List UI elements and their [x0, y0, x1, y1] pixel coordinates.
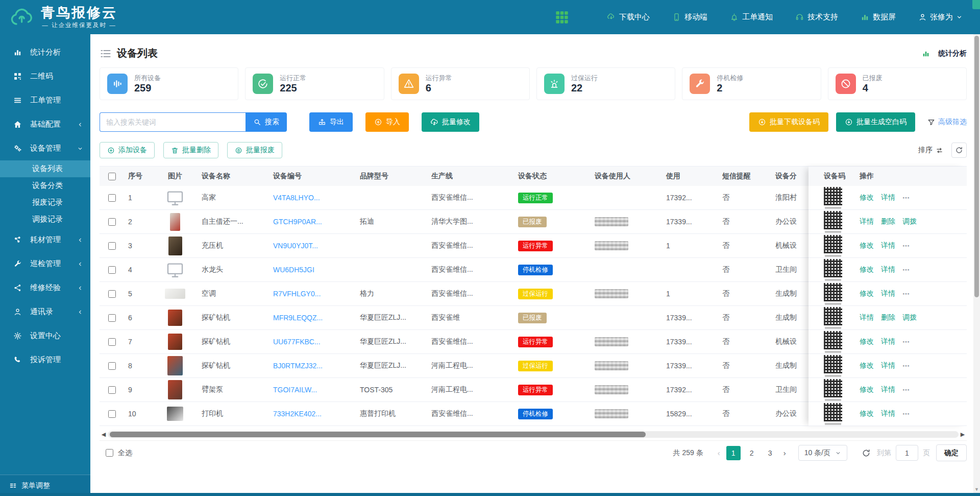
device-code-link[interactable]: 733H2KE402... — [269, 410, 356, 418]
sidebar-subitem-2[interactable]: 报废记录 — [0, 194, 90, 211]
search-input[interactable] — [100, 112, 246, 132]
device-code-link[interactable]: WU6DH5JGI — [269, 266, 356, 274]
select-all-checkbox[interactable] — [106, 449, 113, 457]
corner-widget[interactable] — [972, 0, 980, 9]
sidebar-item-1[interactable]: 二维码 — [0, 64, 90, 88]
row-checkbox[interactable] — [108, 386, 116, 394]
scroll-down-arrow[interactable]: ▼ — [973, 487, 980, 492]
select-all-header-checkbox[interactable] — [108, 173, 116, 180]
device-code-link[interactable]: MFR9LEQQZ... — [269, 314, 356, 322]
horizontal-scroll-thumb[interactable] — [110, 432, 646, 437]
qr-code[interactable] — [824, 379, 842, 397]
detail-link[interactable]: 详情 — [860, 313, 874, 322]
vertical-scrollbar[interactable]: ▼ — [973, 34, 980, 493]
detail-link[interactable]: 详情 — [881, 289, 895, 298]
more-actions-button[interactable]: ⋯ — [902, 386, 911, 394]
transfer-link[interactable]: 调拨 — [902, 313, 917, 322]
refresh-table-button[interactable] — [951, 143, 967, 158]
detail-link[interactable]: 详情 — [881, 337, 895, 346]
row-checkbox[interactable] — [108, 410, 116, 418]
detail-link[interactable]: 详情 — [881, 193, 895, 202]
more-actions-button[interactable]: ⋯ — [902, 266, 911, 274]
pagination-refresh-button[interactable] — [862, 448, 871, 458]
topnav-item-4[interactable]: 数据屏 — [861, 12, 896, 22]
detail-link[interactable]: 详情 — [881, 241, 895, 250]
sidebar-subitem-0[interactable]: 设备列表 — [0, 160, 90, 177]
device-code-link[interactable]: TGOI7AILW... — [269, 386, 356, 394]
next-page-button[interactable]: › — [779, 448, 790, 457]
sidebar-item-0[interactable]: 统计分析 — [0, 40, 90, 64]
row-checkbox[interactable] — [108, 242, 116, 250]
sidebar-item-7[interactable]: 维修经验 — [0, 276, 90, 300]
device-code-link[interactable]: V4TA8LHYO... — [269, 194, 356, 202]
transfer-link[interactable]: 调拨 — [902, 217, 917, 226]
row-checkbox[interactable] — [108, 218, 116, 226]
edit-link[interactable]: 修改 — [860, 241, 874, 250]
batch-generate-codes-button[interactable]: 批量生成空白码 — [836, 112, 915, 132]
sidebar-subitem-1[interactable]: 设备分类 — [0, 177, 90, 194]
row-checkbox[interactable] — [108, 362, 116, 370]
add-device-button[interactable]: 添加设备 — [100, 142, 155, 158]
page-number-2[interactable]: 2 — [745, 446, 759, 460]
more-actions-button[interactable]: ⋯ — [902, 362, 911, 370]
statistics-link[interactable]: 统计分析 — [922, 49, 967, 58]
detail-link[interactable]: 详情 — [881, 385, 895, 394]
qr-code[interactable] — [824, 331, 842, 349]
qr-code[interactable] — [824, 259, 842, 277]
batch-edit-button[interactable]: 批量修改 — [422, 112, 479, 132]
sidebar-item-10[interactable]: 投诉管理 — [0, 348, 90, 372]
topnav-item-2[interactable]: 工单通知 — [730, 12, 773, 22]
edit-link[interactable]: 修改 — [860, 265, 874, 274]
page-size-select[interactable]: 10 条/页 — [798, 445, 847, 461]
qr-code[interactable] — [824, 355, 842, 373]
vertical-scroll-thumb[interactable] — [974, 36, 979, 297]
row-checkbox[interactable] — [108, 338, 116, 346]
batch-download-codes-button[interactable]: 批量下载设备码 — [749, 112, 828, 132]
import-button[interactable]: 导入 — [365, 112, 409, 132]
sort-control[interactable]: 排序 — [918, 146, 943, 155]
batch-scrap-button[interactable]: 批量报废 — [227, 142, 282, 158]
more-actions-button[interactable]: ⋯ — [902, 410, 911, 418]
batch-delete-button[interactable]: 批量删除 — [163, 142, 218, 158]
sidebar-item-8[interactable]: 通讯录 — [0, 300, 90, 324]
sidebar-item-6[interactable]: 巡检管理 — [0, 252, 90, 276]
advanced-filter-link[interactable]: 高级筛选 — [927, 117, 967, 127]
brand-logo[interactable]: 青鸟报修云 — 让企业维保更及时 — — [0, 5, 153, 29]
qr-code[interactable] — [824, 307, 842, 325]
search-button[interactable]: 搜索 — [246, 112, 287, 132]
edit-link[interactable]: 修改 — [860, 385, 874, 394]
detail-link[interactable]: 详情 — [860, 217, 874, 226]
horizontal-scroll-track[interactable] — [108, 431, 959, 438]
detail-link[interactable]: 详情 — [881, 265, 895, 274]
detail-link[interactable]: 详情 — [881, 409, 895, 418]
device-code-link[interactable]: GTCH9P0AR... — [269, 218, 356, 226]
qr-code[interactable] — [824, 403, 842, 421]
device-code-link[interactable]: BJ0RTMZJ32... — [269, 362, 356, 370]
qr-code[interactable] — [824, 211, 842, 229]
device-code-link[interactable]: UU677FKBC... — [269, 338, 356, 346]
delete-link[interactable]: 删除 — [881, 217, 895, 226]
sidebar-item-5[interactable]: 耗材管理 — [0, 228, 90, 252]
edit-link[interactable]: 修改 — [860, 193, 874, 202]
page-number-3[interactable]: 3 — [763, 446, 777, 460]
goto-page-input[interactable] — [896, 445, 918, 461]
row-checkbox[interactable] — [108, 194, 116, 202]
detail-link[interactable]: 详情 — [881, 361, 895, 370]
topnav-item-1[interactable]: 移动端 — [672, 12, 707, 22]
edit-link[interactable]: 修改 — [860, 409, 874, 418]
more-actions-button[interactable]: ⋯ — [902, 242, 911, 250]
user-menu[interactable]: 张修为 — [918, 12, 963, 22]
topnav-item-0[interactable]: 下载中心 — [607, 12, 650, 22]
prev-page-button[interactable]: ‹ — [714, 448, 724, 457]
more-actions-button[interactable]: ⋯ — [902, 338, 911, 346]
device-code-link[interactable]: R7VFHLGY0... — [269, 290, 356, 298]
qr-code[interactable] — [824, 187, 842, 205]
sidebar-item-2[interactable]: 工单管理 — [0, 88, 90, 112]
edit-link[interactable]: 修改 — [860, 289, 874, 298]
scroll-left-arrow[interactable]: ◀ — [100, 431, 108, 438]
sidebar-item-4[interactable]: 设备管理 — [0, 136, 90, 160]
apps-grid-icon[interactable] — [555, 10, 569, 25]
more-actions-button[interactable]: ⋯ — [902, 290, 911, 298]
sidebar-subitem-3[interactable]: 调拨记录 — [0, 211, 90, 228]
qr-code[interactable] — [824, 283, 842, 301]
